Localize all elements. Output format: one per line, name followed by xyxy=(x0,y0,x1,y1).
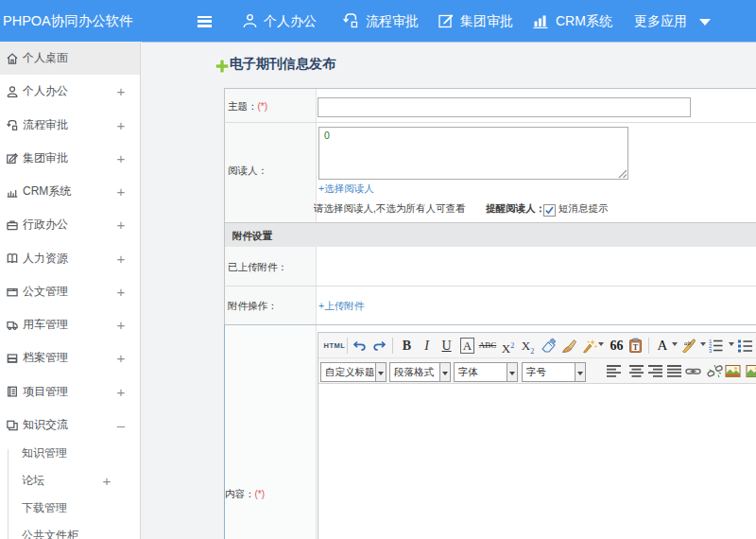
svg-text:ab: ab xyxy=(684,339,692,347)
svg-text:3: 3 xyxy=(709,348,713,354)
svg-text:T: T xyxy=(633,343,639,352)
